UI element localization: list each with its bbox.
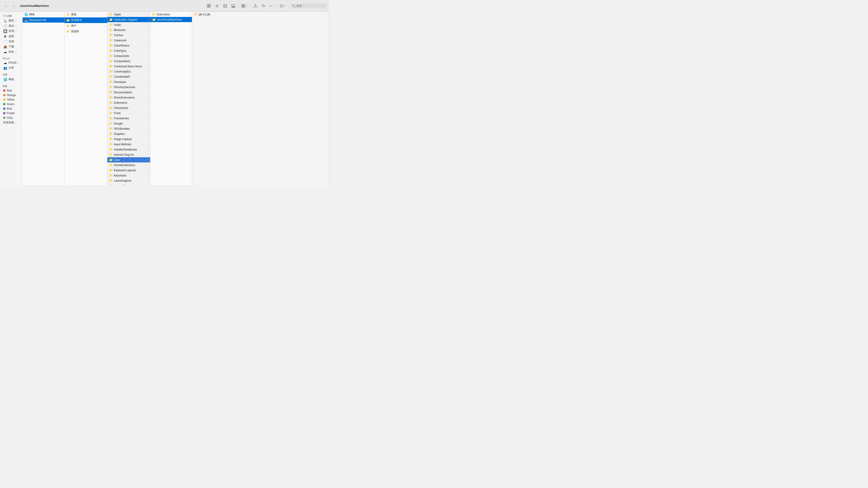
sidebar-item-orange[interactable]: Orange xyxy=(1,93,22,97)
back-button[interactable]: ‹ xyxy=(3,3,9,9)
list-item[interactable]: 📁 应用程序 › xyxy=(64,18,107,23)
list-item[interactable]: 📁 Documentation › xyxy=(107,90,150,95)
list-item[interactable]: 📁 Internet Plug-Ins › xyxy=(107,152,150,157)
blue-tag-dot xyxy=(3,107,5,110)
chevron-icon: › xyxy=(105,25,105,27)
list-item[interactable]: 📁 Bluetooth › xyxy=(107,27,150,33)
folder-icon: 📁 xyxy=(66,13,70,16)
action-button[interactable] xyxy=(268,3,275,9)
list-item[interactable]: 📁 Developer › xyxy=(107,79,150,85)
list-item[interactable]: 📁 LaunchDaemons › xyxy=(107,183,150,185)
list-item[interactable]: 📁 Extensions › xyxy=(107,100,150,105)
list-item[interactable]: 📁 jdk-21.jdk › xyxy=(192,12,329,17)
list-item[interactable]: 📁 Keyboard Layouts › xyxy=(107,168,150,173)
list-item[interactable]: 📁 Catacomb › xyxy=(107,38,150,43)
sidebar-item-sync[interactable]: ☁ 同步空间 xyxy=(1,49,22,55)
list-item[interactable]: 📁 JavaVirtualMachines xyxy=(150,17,192,22)
list-item[interactable]: 📁 Filesystems › xyxy=(107,105,150,110)
list-item[interactable]: 📁 LaunchAgents › xyxy=(107,178,150,183)
share-button[interactable] xyxy=(252,3,259,9)
sidebar-item-airdrop[interactable]: 📡 隔空投送 xyxy=(1,18,22,23)
sidebar-item-network[interactable]: 🌐 网络 xyxy=(1,77,22,82)
forward-button[interactable]: › xyxy=(11,3,17,9)
list-item[interactable]: 📁 Application Support › xyxy=(107,17,150,22)
folder-icon: 📁 xyxy=(109,163,113,167)
sidebar-item-applications-label: 应用程序 xyxy=(8,29,19,33)
col-item-label: Extensions xyxy=(157,13,188,16)
gallery-view-button[interactable] xyxy=(230,3,237,9)
sidebar-item-blue[interactable]: Blue xyxy=(1,106,22,111)
folder-icon: 📁 xyxy=(109,101,113,104)
sidebar-item-shared-label: 共享 xyxy=(8,66,14,70)
list-item[interactable]: 📁 GPUBundles › xyxy=(107,126,150,131)
col-item-label: Frameworks xyxy=(114,117,147,120)
list-item[interactable]: 📁 Keychains › xyxy=(107,173,150,178)
list-item[interactable]: 📁 ColorSync › xyxy=(107,48,150,53)
list-item[interactable]: 📁 Audio › xyxy=(107,22,150,27)
list-item[interactable]: 💻 Macintosh HD xyxy=(23,18,64,23)
folder-icon: 📁 xyxy=(109,18,113,21)
list-item[interactable]: 📁 CoreAnalytics › xyxy=(107,69,150,74)
list-item[interactable]: 📁 Extensions › xyxy=(150,12,192,17)
list-item[interactable]: 📁 Google › xyxy=(107,121,150,126)
list-item[interactable]: 📁 Fonts › xyxy=(107,110,150,116)
folder-icon: 📁 xyxy=(109,33,113,37)
list-item[interactable]: 📁 InstallerSandboxes › xyxy=(107,147,150,152)
sidebar-item-applications[interactable]: 🔲 应用程序 xyxy=(1,29,22,34)
column-view-button[interactable] xyxy=(221,3,229,9)
sidebar-item-green[interactable]: Green xyxy=(1,102,22,106)
list-item[interactable]: 📁 KernelCollections › xyxy=(107,162,150,168)
sidebar-item-desktop[interactable]: 🖥 桌面 xyxy=(1,34,22,39)
sidebar-item-recents[interactable]: 🕐 最近使用 xyxy=(1,23,22,29)
folder-icon: 📁 xyxy=(109,80,113,84)
sidebar-item-yellow[interactable]: Yellow xyxy=(1,97,22,102)
group-view-button[interactable] xyxy=(241,3,248,9)
list-item[interactable]: 📁 Frameworks › xyxy=(107,116,150,121)
chevron-icon: › xyxy=(148,13,148,15)
list-item[interactable]: 📁 Contextual Menu Items › xyxy=(107,64,150,69)
sidebar-item-documents[interactable]: 📄 文稿 xyxy=(1,39,22,44)
folder-icon: 📁 xyxy=(109,70,113,73)
col-item-label: LaunchDaemons xyxy=(114,184,147,185)
list-item[interactable]: 📁 资源库 › xyxy=(64,29,107,34)
svg-rect-16 xyxy=(242,6,243,7)
folder-icon: 📁 xyxy=(109,168,113,172)
sidebar-item-red[interactable]: Red xyxy=(1,88,22,93)
list-item[interactable]: 📁 Apple › xyxy=(107,12,150,17)
list-item[interactable]: 📁 DirectoryServices › xyxy=(107,85,150,90)
list-item[interactable]: 📁 Components › xyxy=(107,53,150,59)
list-item[interactable]: 📁 DriverExtensions › xyxy=(107,95,150,100)
recents-icon: 🕐 xyxy=(3,24,7,28)
list-item[interactable]: 📁 用户 › xyxy=(64,23,107,29)
sidebar-item-icloud[interactable]: ☁ iCloud云盘 xyxy=(1,60,22,65)
sidebar-item-all-tags[interactable]: 所有标签... xyxy=(1,120,22,125)
airdrop-icon: 📡 xyxy=(3,19,7,23)
list-item[interactable]: 🌐 网络 › xyxy=(23,12,64,18)
sidebar-item-shared[interactable]: 👥 共享 xyxy=(1,65,22,70)
list-item[interactable]: 📁 Caches › xyxy=(107,33,150,38)
list-view-button[interactable] xyxy=(213,3,221,9)
divider-2 xyxy=(250,4,250,8)
network-sidebar-icon: 🌐 xyxy=(3,78,7,81)
sidebar-item-gray[interactable]: Gray xyxy=(1,116,22,120)
folder-icon: 📁 xyxy=(109,49,113,53)
list-item[interactable]: 📁 Graphics › xyxy=(107,131,150,136)
tag-button[interactable] xyxy=(260,3,267,9)
list-item[interactable]: 📁 CoreMediaIO › xyxy=(107,74,150,79)
sidebar-item-purple[interactable]: Purple xyxy=(1,111,22,116)
sidebar: 个人收藏 📡 隔空投送 🕐 最近使用 🔲 应用程序 🖥 桌面 📄 文稿 xyxy=(0,12,23,185)
search-bar[interactable]: 🔍 xyxy=(290,4,327,8)
blue-tag-label: Blue xyxy=(7,107,12,110)
sidebar-item-downloads[interactable]: 📥 下载 xyxy=(1,44,22,49)
list-item[interactable]: 📁 Input Methods › xyxy=(107,142,150,147)
list-item[interactable]: 📁 Image Capture › xyxy=(107,136,150,142)
icon-view-button[interactable] xyxy=(205,3,213,9)
list-item[interactable]: 📁 系统 › xyxy=(64,12,107,18)
search-input[interactable] xyxy=(296,4,323,7)
list-item[interactable]: 📁 Compositions › xyxy=(107,59,150,64)
star-button[interactable] xyxy=(279,3,286,9)
col-item-label: InstallerSandboxes xyxy=(114,148,147,151)
list-item[interactable]: 📁 Java › xyxy=(107,157,150,162)
list-item[interactable]: 📁 ColorPickers › xyxy=(107,43,150,48)
chevron-icon: › xyxy=(148,70,148,73)
